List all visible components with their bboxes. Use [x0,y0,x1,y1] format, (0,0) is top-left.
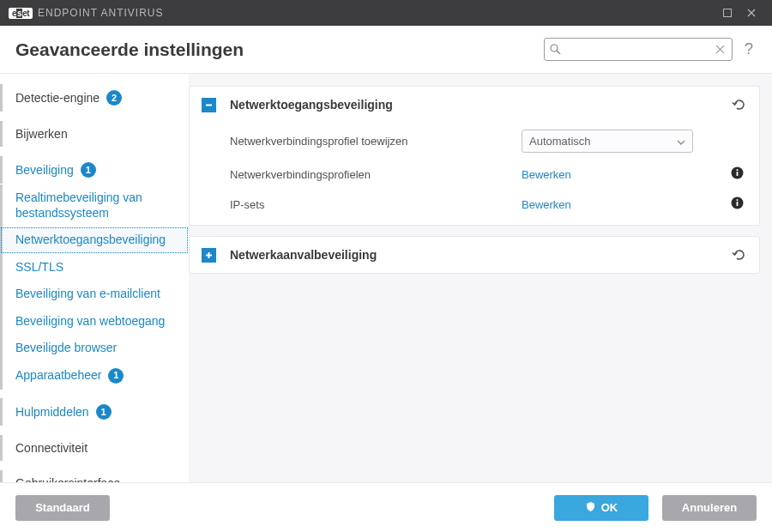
sidebar-item-connectivity[interactable]: Connectiviteit [0,435,189,461]
panel-network-access-protection: Netwerktoegangsbeveiliging Netwerkverbin… [189,86,760,226]
panel-title: Netwerkaanvalbeveiliging [230,248,732,262]
sidebar-item-label: Detectie-engine [15,91,100,105]
svg-rect-2 [206,104,212,106]
maximize-button[interactable] [715,0,739,26]
sidebar-item-label: Beveiliging [15,163,74,177]
product-name: ENDPOINT ANTIVIRUS [38,7,163,19]
count-badge: 1 [108,368,124,384]
panel-network-attack-protection: Netwerkaanvalbeveiliging [189,236,760,274]
search-input[interactable] [562,44,715,56]
page-title: Geavanceerde instellingen [15,39,244,60]
svg-rect-5 [736,169,738,171]
count-badge: 2 [106,90,122,106]
button-label: Annuleren [682,501,737,514]
sidebar-item-email-client[interactable]: Beveiliging van e-mailclient [0,281,189,308]
help-icon[interactable]: ? [741,40,757,58]
button-label: Standaard [35,501,90,514]
sidebar-item-network-access[interactable]: Netwerktoegangsbeveiliging [0,227,189,254]
sidebar-item-label: Gebruikersinterface [15,476,120,483]
edit-link[interactable]: Bewerken [522,198,571,211]
close-button[interactable] [739,0,763,26]
shield-icon [585,501,596,515]
setting-label: Netwerkverbindingsprofielen [230,168,522,181]
setting-label: Netwerkverbindingsprofiel toewijzen [230,135,522,148]
svg-rect-0 [724,9,732,17]
sidebar-item-ui[interactable]: Gebruikersinterface [0,470,189,483]
count-badge: 1 [81,162,96,178]
header: Geavanceerde instellingen ? [0,26,772,74]
setting-row-profile-assign: Netwerkverbindingsprofiel toewijzen Auto… [230,123,747,160]
setting-label: IP-sets [230,198,522,211]
sidebar: Detectie-engine 2 Bijwerken Beveiliging … [0,74,189,482]
default-button[interactable]: Standaard [15,495,110,521]
sidebar-item-label: Beveiliging van e-mailclient [15,287,160,302]
collapse-icon [202,98,216,112]
sidebar-item-device-control[interactable]: Apparaatbeheer 1 [0,362,189,390]
brand: eset ENDPOINT ANTIVIRUS [9,7,164,19]
sidebar-item-label: Connectiviteit [15,441,87,455]
count-badge: 1 [96,404,112,420]
sidebar-item-protection[interactable]: Beveiliging 1 [0,156,189,184]
sidebar-item-label: Beveiliging van webtoegang [15,314,165,329]
sidebar-item-label: Hulpmiddelen [15,405,89,419]
svg-rect-7 [736,202,738,206]
setting-row-ip-sets: IP-sets Bewerken [230,190,747,220]
expand-icon [202,248,216,263]
setting-row-profiles: Netwerkverbindingsprofielen Bewerken [230,160,747,190]
brand-logo: eset [9,8,33,19]
svg-rect-8 [736,199,738,201]
sidebar-item-secure-browser[interactable]: Beveiligde browser [0,335,189,362]
info-icon[interactable] [731,166,744,183]
main-content: Netwerktoegangsbeveiliging Netwerkverbin… [189,74,772,482]
edit-link[interactable]: Bewerken [522,168,571,181]
cancel-button[interactable]: Annuleren [662,495,757,521]
sidebar-item-realtime[interactable]: Realtimebeveiliging van bestandssysteem [0,184,189,227]
info-icon[interactable] [731,196,744,213]
svg-point-1 [551,45,558,51]
sidebar-item-update[interactable]: Bijwerken [0,121,189,147]
titlebar: eset ENDPOINT ANTIVIRUS [0,0,772,26]
revert-icon[interactable] [732,247,747,263]
chevron-down-icon [677,135,685,148]
sidebar-item-label: Apparaatbeheer [15,368,101,384]
panel-header[interactable]: Netwerktoegangsbeveiliging [190,87,759,123]
footer: Standaard OK Annuleren [0,482,772,532]
sidebar-item-web-access[interactable]: Beveiliging van webtoegang [0,308,189,336]
search-icon [550,44,562,55]
panel-title: Netwerktoegangsbeveiliging [230,98,732,112]
sidebar-item-label: Bijwerken [15,127,68,141]
svg-rect-10 [208,252,210,258]
sidebar-item-ssl-tls[interactable]: SSL/TLS [0,254,189,281]
profile-dropdown[interactable]: Automatisch [522,130,693,153]
clear-search-icon[interactable] [715,45,727,54]
button-label: OK [601,501,618,514]
svg-rect-4 [736,172,738,176]
sidebar-item-tools[interactable]: Hulpmiddelen 1 [0,398,189,426]
sidebar-item-label: Realtimebeveiliging van bestandssysteem [15,190,177,221]
sidebar-item-label: Beveiligde browser [15,341,117,356]
sidebar-item-label: SSL/TLS [15,260,63,275]
sidebar-item-label: Netwerktoegangsbeveiliging [15,233,166,248]
search-box[interactable] [544,38,733,61]
panel-header[interactable]: Netwerkaanvalbeveiliging [190,237,759,273]
ok-button[interactable]: OK [554,495,648,521]
dropdown-value: Automatisch [529,135,591,148]
sidebar-item-detection-engine[interactable]: Detectie-engine 2 [0,84,189,112]
revert-icon[interactable] [732,97,747,112]
